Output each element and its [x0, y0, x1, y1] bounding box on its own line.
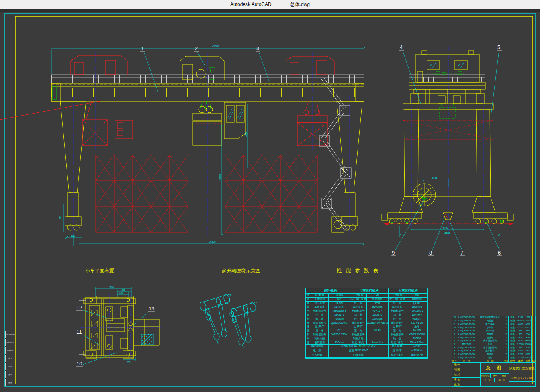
table-row: 4LMQ3535-04-00小车运行机构1组合910910 [452, 346, 535, 349]
table-row: 9LMQ3535-08-00梯子平台1组合668668 [452, 329, 535, 333]
callout-12: 12 [76, 304, 82, 310]
table-row: 5JT827-05吊具1组合1300013000 [452, 343, 535, 346]
svg-text:14500: 14500 [219, 174, 221, 181]
table-row: 1LMQ3535-01-00门架1组合1062010620 [452, 356, 535, 359]
container-stack-right [225, 155, 317, 232]
callout-8: 8 [429, 250, 432, 256]
border-strip-cell: 标 记 [5, 371, 15, 378]
table-row: 电电动机型号YZR315M-8电动机型号YVP15-4电动机型号YZP160L-… [306, 309, 428, 313]
table-row: 批 准 [452, 382, 480, 387]
table-row: 10LMQ3535-09-00小车架1组合1302213022 [452, 326, 535, 329]
stairs-bottom-drum [332, 217, 344, 232]
deck-machinery [427, 71, 466, 75]
callout-4: 4 [400, 44, 403, 50]
table-row: 校 对 [452, 372, 480, 377]
performance-table: 起升机构小车运行机构大车运行机构性起 重 量350KN工作级别M7工作级别M6能… [305, 288, 428, 359]
callout-1: 1 [141, 45, 144, 51]
drawing-name: 总 图 [480, 362, 509, 374]
sheave [214, 333, 219, 340]
table-row: 器卷筒直径820mm轨距×轴距8m×4.8m轨距×基距35m×9.79m [306, 341, 428, 345]
label-trolley-plan: 小车平面布置 [85, 267, 114, 274]
side-elevation: 2600 [382, 47, 513, 237]
callout-6: 6 [498, 250, 501, 256]
platform-hatch [141, 334, 153, 345]
trolley-plan: 4602 1420 1167 550 [79, 286, 161, 363]
blank-cell-2 [509, 381, 536, 387]
spreader-ghost [439, 104, 455, 118]
table-row: 机转 速750rpm转 速1450rpm转 速975rpm [306, 317, 428, 321]
rope-drum-1 [199, 293, 233, 311]
house-windows-glass [429, 62, 464, 69]
table-row: 器速 比63速 比56.85速 比20.235 [306, 329, 428, 333]
rope-diagram [199, 293, 259, 348]
callout-10: 10 [76, 361, 82, 367]
product-name: 轮胎式门式起重机 [509, 362, 536, 374]
grating-marks [91, 310, 98, 349]
table-row: 设 计 [452, 363, 480, 368]
svg-text:10500: 10500 [444, 232, 450, 234]
svg-text:800: 800 [59, 215, 61, 219]
parts-list-table: 13LMQ3535-13-00电缆卷筒及导向装置1组合1269126912LMQ… [452, 316, 536, 363]
callout-5: 5 [497, 44, 500, 50]
table-row: 8LMQ3535-07-00导电架2组合167334 [452, 333, 535, 336]
table-row: 性起 重 量350KN工作级别M7工作级别M6 [306, 294, 428, 298]
trolley-position-left [0, 56, 133, 145]
table-row: 制制动器型号YW500-1250制动器型号制动器型号YWZ5-250/30 [306, 333, 428, 337]
table-row: 2LMQ3535-02-00下横梁2组合17503500 [452, 353, 535, 356]
table-row: 减减速器型号QJR3D-280IV减速器型号WAT8D-YVP15-SL25减速… [306, 321, 428, 325]
border-strip-cell: 借(通)用件登记 [5, 331, 15, 338]
ropes [206, 304, 250, 348]
side-girders [403, 82, 493, 109]
side-platform [134, 319, 159, 345]
label-perf-table: 性 能 参 数 表 [337, 267, 379, 274]
reel-dim [423, 178, 450, 187]
table-row: 起升机构小车运行机构大车运行机构 [306, 288, 428, 294]
signature-table: 设 计制 图校 对审 核批 准 [452, 362, 481, 387]
callout-9: 9 [392, 250, 395, 256]
bogie-right [473, 213, 513, 224]
table-row: 3LMQ3535-03-00起升机构1组合48014801 [452, 349, 535, 353]
trolley-active [180, 56, 224, 145]
table-row: 电 源交流 380V 50HZ总 功 率≈ 270KW [306, 349, 428, 353]
svg-text:1167: 1167 [119, 292, 124, 294]
pulley [205, 309, 209, 314]
side-legs [399, 109, 495, 213]
border-strip-cell: 旧底图总号 [5, 339, 15, 346]
table-row: 审 核 [452, 378, 480, 382]
cross-brace [403, 120, 493, 139]
table-row: 数工作速度15m/min车轮直径ø600mm车轮直径ø600mm [306, 305, 428, 309]
svg-text:6400: 6400 [443, 227, 448, 229]
table-row: 制 图 [452, 368, 480, 372]
table-row: 6LMQ3535-05-00大车运行机构4组合452018080 [452, 339, 535, 343]
callout-2: 2 [195, 45, 198, 51]
autocad-window: Autodesk AutoCAD 总体.dwg 45000 [0, 0, 540, 392]
callout-7: 7 [460, 250, 463, 256]
svg-text:2600: 2600 [432, 177, 438, 179]
border-strip-cell: 重 量 [5, 379, 15, 386]
side-dims [399, 226, 500, 237]
label-rope-diagram: 起升绳缠绕示意图 [222, 267, 260, 274]
callout-3: 3 [256, 45, 259, 51]
table-row: 引入方式电缆卷筒轨距×基距35m×9.7m [306, 353, 428, 358]
table-row: 动制动力矩制动方法轮 压250KN [306, 337, 428, 341]
blank-cell [480, 382, 509, 387]
operator-cab [224, 102, 246, 139]
table-row: 参起升高度14.5m轨 道P50轨 道QU80 [306, 302, 428, 306]
callouts-front: 1 2 3 [140, 45, 269, 92]
border-strip-cell: 日 期 [5, 363, 15, 370]
table-row: 11LMQ3535-10-00电气设备1组合40604060 [452, 323, 535, 326]
table-row: 13LMQ3535-13-00电缆卷筒及导向装置1组合12691269 [452, 316, 535, 319]
table-row: 7LMQ3535-06-00滑轮组1组合436436 [452, 336, 535, 339]
container-stack-left [96, 155, 188, 232]
border-strip-cell: 签 字 [5, 355, 15, 362]
svg-text:26500: 26500 [209, 241, 216, 243]
table-row: 能工作级别M7小车运行速度50m/min大车运行速度40m/min [306, 298, 428, 302]
front-elevation: 45000 [0, 45, 365, 246]
table-row: 动功 率75KW×2功 率15KW×2功 率15KW×4 [306, 313, 428, 317]
table-row: 钢丝绳型号20NAT6×19W+NS1670ZS/SZ整车自重≈ 226t [306, 345, 428, 349]
table-row: 12LMQ3535-11-00司机室1组合1574.11574.1 [452, 319, 535, 323]
dim-main-span: 45000 [212, 45, 219, 47]
svg-text:4602: 4602 [109, 286, 114, 288]
callout-11: 11 [76, 329, 82, 335]
center-anchor [443, 213, 453, 220]
